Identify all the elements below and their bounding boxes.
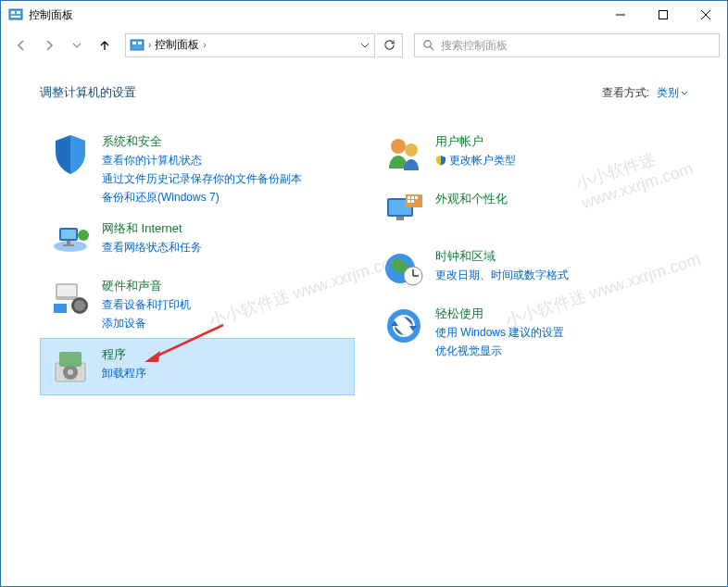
- view-mode-selector[interactable]: 类别: [657, 85, 688, 101]
- svg-rect-1: [11, 11, 15, 14]
- chevron-right-icon: ›: [148, 40, 151, 50]
- right-column: 用户帐户 更改帐户类型 外观和个性化 时钟和区域 更改日期、时间或数字格式: [373, 125, 688, 395]
- minimize-button[interactable]: [599, 1, 642, 29]
- category-link[interactable]: 查看你的计算机状态: [102, 152, 302, 169]
- category-link[interactable]: 备份和还原(Windows 7): [102, 189, 302, 206]
- category-appearance[interactable]: 外观和个性化: [373, 182, 688, 240]
- category-link[interactable]: 使用 Windows 建议的设置: [435, 324, 564, 341]
- clock-globe-icon: [382, 246, 426, 291]
- users-icon: [382, 131, 426, 176]
- svg-line-12: [430, 46, 433, 50]
- control-panel-icon: [8, 7, 23, 22]
- svg-point-22: [74, 300, 85, 311]
- svg-point-18: [78, 230, 89, 241]
- svg-rect-35: [411, 196, 414, 199]
- category-ease-access[interactable]: 轻松使用 使用 Windows 建议的设置 优化视觉显示: [373, 297, 688, 366]
- titlebar: 控制面板: [1, 1, 727, 29]
- maximize-button[interactable]: [642, 1, 684, 29]
- category-network[interactable]: 网络和 Internet 查看网络状态和任务: [40, 212, 355, 269]
- view-mode-value: 类别: [657, 85, 679, 101]
- category-link[interactable]: 卸载程序: [102, 365, 146, 381]
- back-button[interactable]: [8, 32, 34, 58]
- category-title[interactable]: 时钟和区域: [435, 248, 569, 265]
- uac-shield-icon: [435, 155, 446, 166]
- category-link[interactable]: 优化视觉显示: [435, 343, 564, 359]
- appearance-icon: [382, 189, 426, 233]
- refresh-button[interactable]: [377, 33, 403, 57]
- svg-point-28: [391, 139, 406, 154]
- svg-point-29: [405, 144, 418, 156]
- category-link[interactable]: 添加设备: [102, 315, 191, 331]
- svg-rect-3: [11, 16, 20, 18]
- category-link[interactable]: 通过文件历史记录保存你的文件备份副本: [102, 170, 302, 187]
- address-location[interactable]: 控制面板: [155, 37, 199, 53]
- view-mode-label: 查看方式:: [602, 85, 649, 101]
- category-title[interactable]: 网络和 Internet: [102, 220, 202, 237]
- category-title[interactable]: 外观和个性化: [435, 191, 508, 207]
- svg-rect-17: [63, 244, 74, 246]
- svg-rect-27: [59, 352, 82, 367]
- address-dropdown[interactable]: [356, 41, 374, 50]
- svg-rect-0: [9, 9, 22, 19]
- svg-rect-34: [408, 196, 410, 199]
- svg-rect-32: [396, 217, 404, 220]
- category-title[interactable]: 系统和安全: [102, 133, 302, 150]
- address-text: › 控制面板 ›: [148, 37, 207, 53]
- window-title: 控制面板: [29, 7, 599, 23]
- address-bar[interactable]: › 控制面板 ›: [125, 33, 375, 57]
- hardware-icon: [48, 276, 93, 320]
- navbar: › 控制面板 ›: [1, 29, 727, 62]
- category-user-accounts[interactable]: 用户帐户 更改帐户类型: [373, 125, 688, 182]
- svg-point-26: [68, 369, 73, 375]
- window-controls: [599, 1, 727, 29]
- category-system-security[interactable]: 系统和安全 查看你的计算机状态 通过文件历史记录保存你的文件备份副本 备份和还原…: [40, 125, 355, 212]
- svg-rect-5: [659, 11, 668, 19]
- svg-rect-16: [67, 241, 70, 244]
- recent-dropdown[interactable]: [64, 32, 90, 58]
- svg-rect-20: [57, 285, 76, 296]
- category-link[interactable]: 更改帐户类型: [435, 152, 516, 169]
- network-icon: [48, 219, 93, 263]
- svg-rect-8: [131, 40, 144, 50]
- category-link[interactable]: 查看设备和打印机: [102, 296, 191, 313]
- category-link[interactable]: 更改日期、时间或数字格式: [435, 267, 569, 283]
- shield-icon: [48, 131, 93, 176]
- forward-button[interactable]: [36, 32, 62, 58]
- search-icon: [415, 39, 441, 51]
- category-title[interactable]: 程序: [102, 346, 146, 363]
- svg-rect-15: [61, 230, 76, 239]
- search-input[interactable]: [441, 39, 719, 52]
- category-title[interactable]: 用户帐户: [435, 133, 516, 150]
- up-button[interactable]: [92, 32, 118, 58]
- category-link[interactable]: 查看网络状态和任务: [102, 239, 202, 256]
- close-button[interactable]: [684, 1, 727, 29]
- svg-rect-38: [411, 200, 414, 203]
- svg-point-11: [423, 41, 430, 47]
- content-area: 调整计算机的设置 查看方式: 类别 系统和安全 查看你的计算机状态 通过文件历史…: [1, 62, 727, 395]
- category-programs[interactable]: 程序 卸载程序: [40, 338, 355, 395]
- programs-icon: [48, 344, 93, 389]
- left-column: 系统和安全 查看你的计算机状态 通过文件历史记录保存你的文件备份副本 备份和还原…: [40, 125, 355, 395]
- chevron-down-icon: [681, 90, 688, 97]
- control-panel-icon: [130, 38, 144, 53]
- svg-rect-10: [138, 42, 142, 44]
- ease-access-icon: [382, 304, 426, 348]
- svg-rect-36: [415, 196, 418, 199]
- svg-rect-23: [54, 304, 67, 313]
- svg-rect-37: [408, 200, 410, 203]
- page-heading: 调整计算机的设置: [40, 84, 136, 101]
- search-box[interactable]: [414, 33, 720, 57]
- category-title[interactable]: 轻松使用: [435, 306, 564, 322]
- view-mode: 查看方式: 类别: [602, 85, 688, 101]
- category-clock-region[interactable]: 时钟和区域 更改日期、时间或数字格式: [373, 240, 688, 297]
- svg-rect-2: [17, 11, 20, 14]
- category-title[interactable]: 硬件和声音: [102, 278, 191, 294]
- chevron-right-icon: ›: [203, 40, 206, 50]
- category-hardware[interactable]: 硬件和声音 查看设备和打印机 添加设备: [40, 269, 355, 338]
- svg-rect-9: [132, 42, 136, 44]
